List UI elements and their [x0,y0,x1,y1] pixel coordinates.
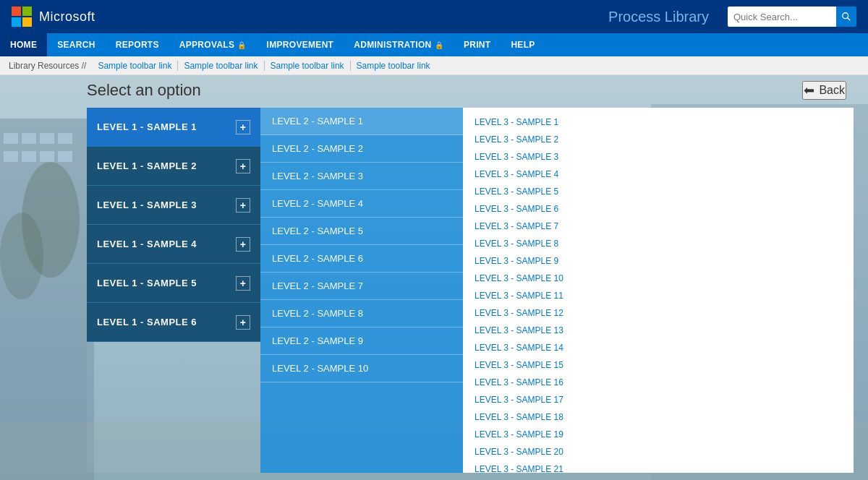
nav-item-improvement[interactable]: IMPROVEMENT [257,33,344,56]
level3-item-5[interactable]: LEVEL 3 - SAMPLE 5 [472,183,845,200]
search-icon [841,12,851,22]
level3-item-9[interactable]: LEVEL 3 - SAMPLE 9 [472,252,845,270]
expand-icon: + [236,198,250,213]
level2-panel: LEVEL 2 - SAMPLE 1LEVEL 2 - SAMPLE 2LEVE… [260,108,463,473]
toolbar-link-3[interactable]: Sample toolbar link [265,61,351,71]
level1-label: LEVEL 1 - SAMPLE 5 [97,278,197,288]
expand-icon: + [236,237,250,252]
level3-item-8[interactable]: LEVEL 3 - SAMPLE 8 [472,235,845,252]
toolbar-links: Library Resources // Sample toolbar link… [0,56,868,75]
level1-label: LEVEL 1 - SAMPLE 3 [97,200,197,210]
level3-panel: LEVEL 3 - SAMPLE 1LEVEL 3 - SAMPLE 2LEVE… [463,108,854,473]
level2-item-1[interactable]: LEVEL 2 - SAMPLE 1 [260,108,463,135]
level3-item-18[interactable]: LEVEL 3 - SAMPLE 18 [472,408,845,426]
level1-label: LEVEL 1 - SAMPLE 6 [97,317,197,327]
expand-icon: + [236,315,250,330]
level1-item-2[interactable]: LEVEL 1 - SAMPLE 2+ [87,147,260,186]
select-option-header: Select an option ⬅ Back [87,81,861,100]
logo-square-yellow [22,17,32,27]
level3-item-14[interactable]: LEVEL 3 - SAMPLE 14 [472,339,845,356]
expand-icon: + [236,120,250,134]
back-label: Back [819,84,845,97]
back-button[interactable]: ⬅ Back [802,81,846,100]
level2-item-10[interactable]: LEVEL 2 - SAMPLE 10 [260,355,463,382]
quick-search-input[interactable] [728,7,836,27]
level1-panel: LEVEL 1 - SAMPLE 1+LEVEL 1 - SAMPLE 2+LE… [87,108,260,473]
level3-item-16[interactable]: LEVEL 3 - SAMPLE 16 [472,374,845,391]
nav-item-reports[interactable]: REPORTS [106,33,169,56]
level3-item-1[interactable]: LEVEL 3 - SAMPLE 1 [472,113,845,131]
svg-rect-4 [4,133,18,144]
nav-item-administration[interactable]: ADMINISTRATION 🔒 [344,33,454,56]
level3-item-7[interactable]: LEVEL 3 - SAMPLE 7 [472,218,845,235]
level2-item-9[interactable]: LEVEL 2 - SAMPLE 9 [260,327,463,355]
level1-label: LEVEL 1 - SAMPLE 4 [97,239,197,249]
level1-item-6[interactable]: LEVEL 1 - SAMPLE 6+ [87,303,260,342]
svg-rect-6 [40,133,54,144]
level3-item-19[interactable]: LEVEL 3 - SAMPLE 19 [472,426,845,443]
level3-item-15[interactable]: LEVEL 3 - SAMPLE 15 [472,356,845,374]
nav-bar: HOME SEARCH REPORTS APPROVALS 🔒 IMPROVEM… [0,33,868,56]
level1-item-4[interactable]: LEVEL 1 - SAMPLE 4+ [87,225,260,264]
lock-icon-admin: 🔒 [435,41,443,49]
back-icon: ⬅ [804,82,814,98]
svg-point-0 [843,13,848,19]
page-title: Select an option [87,81,201,100]
nav-item-home[interactable]: HOME [0,33,47,56]
main-content: Select an option ⬅ Back LEVEL 1 - SAMPLE… [0,75,868,480]
panel-container: LEVEL 1 - SAMPLE 1+LEVEL 1 - SAMPLE 2+LE… [87,108,854,473]
level2-item-8[interactable]: LEVEL 2 - SAMPLE 8 [260,300,463,327]
svg-rect-10 [40,151,54,162]
level3-item-20[interactable]: LEVEL 3 - SAMPLE 20 [472,443,845,460]
level2-item-7[interactable]: LEVEL 2 - SAMPLE 7 [260,273,463,300]
quick-search-container [728,7,856,27]
top-header: Microsoft Process Library [0,0,868,33]
level2-item-5[interactable]: LEVEL 2 - SAMPLE 5 [260,218,463,245]
level1-item-1[interactable]: LEVEL 1 - SAMPLE 1+ [87,108,260,147]
svg-rect-9 [22,151,36,162]
svg-rect-7 [58,133,72,144]
expand-icon: + [236,159,250,173]
svg-rect-11 [58,151,72,162]
nav-item-approvals[interactable]: APPROVALS 🔒 [169,33,257,56]
level1-label: LEVEL 1 - SAMPLE 1 [97,121,197,132]
level2-item-4[interactable]: LEVEL 2 - SAMPLE 4 [260,190,463,218]
level3-item-17[interactable]: LEVEL 3 - SAMPLE 17 [472,391,845,408]
svg-line-1 [848,18,851,21]
svg-point-20 [0,213,43,299]
expand-icon: + [236,276,250,291]
level3-item-4[interactable]: LEVEL 3 - SAMPLE 4 [472,166,845,183]
search-button[interactable] [836,7,856,27]
logo-text: Microsoft [39,9,95,25]
logo-square-red [12,7,21,16]
level3-item-6[interactable]: LEVEL 3 - SAMPLE 6 [472,200,845,218]
level3-item-12[interactable]: LEVEL 3 - SAMPLE 12 [472,304,845,322]
toolbar-link-4[interactable]: Sample toolbar link [351,61,436,71]
nav-item-help[interactable]: HELP [501,33,545,56]
level3-item-13[interactable]: LEVEL 3 - SAMPLE 13 [472,322,845,339]
lock-icon-approvals: 🔒 [237,41,246,49]
level2-item-3[interactable]: LEVEL 2 - SAMPLE 3 [260,163,463,190]
logo-square-green [22,7,32,16]
breadcrumb: Library Resources // [9,61,92,71]
level3-item-2[interactable]: LEVEL 3 - SAMPLE 2 [472,131,845,148]
toolbar-link-1[interactable]: Sample toolbar link [92,61,178,71]
nav-item-print[interactable]: PRINT [454,33,501,56]
level1-label: LEVEL 1 - SAMPLE 2 [97,160,197,171]
level3-item-10[interactable]: LEVEL 3 - SAMPLE 10 [472,270,845,287]
microsoft-logo [12,7,32,27]
nav-item-search[interactable]: SEARCH [47,33,105,56]
logo-area: Microsoft [12,7,95,27]
svg-rect-5 [22,133,36,144]
level2-item-2[interactable]: LEVEL 2 - SAMPLE 2 [260,135,463,163]
toolbar-link-2[interactable]: Sample toolbar link [178,61,264,71]
level3-item-3[interactable]: LEVEL 3 - SAMPLE 3 [472,148,845,166]
app-title: Process Library [608,9,709,25]
level1-item-3[interactable]: LEVEL 1 - SAMPLE 3+ [87,186,260,225]
level1-item-5[interactable]: LEVEL 1 - SAMPLE 5+ [87,264,260,303]
logo-square-blue [12,17,21,27]
level3-item-11[interactable]: LEVEL 3 - SAMPLE 11 [472,287,845,304]
level2-item-6[interactable]: LEVEL 2 - SAMPLE 6 [260,245,463,273]
level3-item-21[interactable]: LEVEL 3 - SAMPLE 21 [472,460,845,473]
svg-rect-8 [4,151,18,162]
